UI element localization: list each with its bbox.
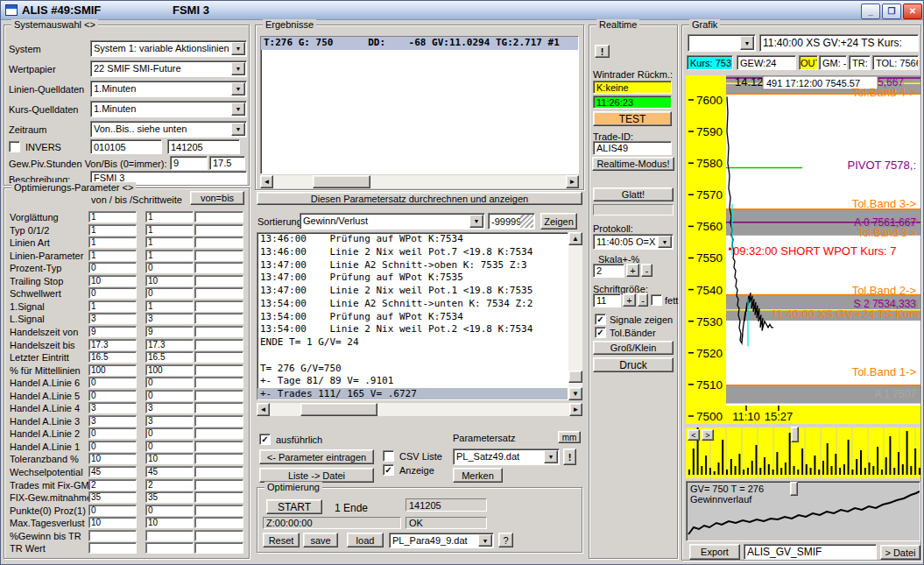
skala-minus-button[interactable]: - bbox=[641, 264, 652, 277]
param-input-von[interactable]: 0 bbox=[88, 427, 137, 439]
param-input-schritt[interactable] bbox=[194, 364, 243, 376]
param-input-schritt[interactable] bbox=[194, 377, 243, 388]
close-button[interactable]: ✕ bbox=[903, 4, 922, 19]
param-input-von[interactable]: 2 bbox=[88, 479, 137, 491]
param-input-bis[interactable]: 0 bbox=[145, 390, 194, 401]
anzeige-checkbox[interactable]: ✓ bbox=[383, 464, 394, 476]
param-input-bis[interactable]: 3 bbox=[145, 402, 194, 413]
log-listbox[interactable]: 13:46:00 Prüfung auf WPot K:753413:46:00… bbox=[257, 232, 568, 400]
log-line[interactable]: +- Tage 81/ 89 V= .9101 bbox=[257, 375, 568, 388]
parameter-eintragen-button[interactable]: <- Parameter eintragen bbox=[259, 449, 374, 464]
scroll-up-icon[interactable]: ▲ bbox=[568, 232, 582, 245]
param-input-schritt[interactable] bbox=[194, 287, 243, 299]
volume-slider-handle[interactable] bbox=[791, 427, 799, 442]
param-input-bis[interactable]: 45 bbox=[145, 466, 194, 477]
param-input-schritt[interactable] bbox=[194, 211, 243, 222]
param-input-schritt[interactable] bbox=[194, 466, 243, 477]
help-button[interactable]: ? bbox=[498, 533, 513, 547]
param-input-bis[interactable]: 0 bbox=[145, 441, 194, 452]
equity-panel[interactable]: GV= 750 T = 276 Gewinnverlauf bbox=[686, 481, 920, 541]
scroll-left-icon[interactable]: ◄ bbox=[257, 403, 270, 416]
ergebnisse-selected-line[interactable]: T:276 G: 750 DD: -68 GV:11.0294 TG:2.717… bbox=[261, 37, 578, 50]
param-input-bis[interactable]: 1 bbox=[145, 237, 194, 248]
param-input-von[interactable]: 1 bbox=[88, 300, 137, 312]
chevron-down-icon[interactable]: ▼ bbox=[231, 62, 245, 75]
log-hscrollbar[interactable]: ◄ ► bbox=[257, 403, 582, 416]
start-button[interactable]: START bbox=[266, 499, 322, 514]
param-input-von[interactable] bbox=[88, 530, 137, 541]
chevron-down-icon[interactable]: ▼ bbox=[544, 450, 558, 463]
tolbaender-checkbox[interactable]: ✓ bbox=[595, 327, 606, 338]
para-file-select[interactable]: PL_Para49_9.dat▼ bbox=[389, 533, 494, 548]
kurs-quelldaten-select[interactable]: 1.Minuten▼ bbox=[90, 101, 247, 117]
volume-panel[interactable]: < > bbox=[686, 427, 920, 478]
chevron-down-icon[interactable]: ▼ bbox=[231, 102, 245, 116]
druck-button[interactable]: Druck bbox=[593, 357, 674, 372]
gross-klein-button[interactable]: Groß/Klein bbox=[593, 341, 674, 355]
param-input-bis[interactable]: 16.5 bbox=[145, 351, 194, 363]
scroll-right-icon[interactable]: ► bbox=[566, 175, 579, 188]
fett-checkbox[interactable] bbox=[651, 294, 662, 306]
mm-button[interactable]: mm bbox=[558, 431, 581, 443]
param-input-schritt[interactable] bbox=[194, 224, 243, 236]
param-input-bis[interactable]: 1 bbox=[145, 224, 194, 236]
param-input-schritt[interactable] bbox=[194, 441, 243, 452]
equity-slider-handle[interactable] bbox=[790, 482, 798, 496]
scroll-thumb[interactable] bbox=[313, 175, 370, 188]
linien-quelldaten-select[interactable]: 1.Minuten▼ bbox=[90, 81, 247, 97]
param-input-von[interactable]: 0 bbox=[88, 441, 137, 452]
param-input-schritt[interactable] bbox=[194, 505, 243, 516]
tradeid-input[interactable]: ALIS49 bbox=[593, 141, 672, 155]
param-input-schritt[interactable] bbox=[194, 453, 243, 464]
param-input-von[interactable]: 10 bbox=[88, 275, 137, 286]
param-input-von[interactable]: 35 bbox=[88, 491, 137, 503]
param-input-schritt[interactable] bbox=[194, 326, 243, 337]
run-parameterset-button[interactable]: Diesen Parametersatz durchrechnen und an… bbox=[257, 192, 582, 205]
date-from-input[interactable]: 010105 bbox=[90, 139, 162, 154]
log-line[interactable]: 13:47:00 Prüfung auf WPot K:7535 bbox=[257, 272, 568, 285]
export-button[interactable]: Export bbox=[689, 544, 740, 560]
scroll-left-icon[interactable]: ◄ bbox=[260, 175, 273, 188]
threshold-input[interactable]: -99999 bbox=[488, 213, 535, 230]
chevron-down-icon[interactable]: ▼ bbox=[740, 36, 754, 50]
log-line[interactable]: 13:47:00 Linie A2 Schnitt->oben K: 7535 … bbox=[257, 259, 568, 272]
param-input-von[interactable]: 16.5 bbox=[88, 351, 137, 363]
export-datei-button[interactable]: > Datei bbox=[880, 545, 920, 560]
param-input-bis[interactable]: 1 bbox=[145, 211, 194, 222]
param-input-schritt[interactable] bbox=[194, 517, 243, 528]
gewpiv-from-input[interactable]: 9 bbox=[170, 156, 208, 170]
realtime-modus-button[interactable]: Realtime-Modus! bbox=[592, 157, 674, 171]
param-input-bis[interactable]: 1 bbox=[145, 250, 194, 261]
invers-checkbox[interactable] bbox=[9, 141, 20, 152]
merken-button[interactable]: Merken bbox=[453, 468, 503, 483]
price-chart[interactable]: 11:1015:27760075907580757075607550754075… bbox=[686, 75, 920, 424]
log-line[interactable]: ENDE T= 1 G/V= 24 bbox=[257, 336, 568, 350]
param-input-schritt[interactable] bbox=[194, 479, 243, 491]
param-input-von[interactable]: 45 bbox=[88, 466, 137, 477]
param-input-bis[interactable]: 10 bbox=[145, 517, 194, 528]
export-filename-input[interactable]: ALIS_GV_SMIF bbox=[744, 544, 877, 560]
param-input-bis[interactable] bbox=[145, 542, 194, 554]
param-input-von[interactable]: 3 bbox=[88, 313, 137, 324]
chevron-down-icon[interactable]: ▼ bbox=[231, 82, 245, 95]
param-input-von[interactable]: 0 bbox=[88, 377, 137, 388]
param-input-bis[interactable]: 3 bbox=[145, 313, 194, 324]
param-input-schritt[interactable] bbox=[194, 313, 243, 324]
csv-liste-checkbox[interactable] bbox=[383, 450, 394, 462]
param-input-bis[interactable]: 35 bbox=[145, 491, 194, 503]
zeitraum-select[interactable]: Von..Bis.. siehe unten▼ bbox=[90, 121, 247, 138]
param-input-bis[interactable]: 2 bbox=[145, 479, 194, 491]
param-input-von[interactable]: 100 bbox=[88, 364, 137, 376]
param-input-bis[interactable]: 10 bbox=[145, 275, 194, 286]
param-input-schritt[interactable] bbox=[194, 250, 243, 261]
test-button[interactable]: TEST bbox=[593, 111, 672, 126]
param-input-schritt[interactable] bbox=[194, 491, 243, 503]
scroll-right-icon[interactable]: ► bbox=[569, 403, 582, 416]
chevron-down-icon[interactable]: ▼ bbox=[469, 215, 483, 228]
chevron-down-icon[interactable]: ▼ bbox=[231, 123, 245, 136]
liste-datei-button[interactable]: Liste -> Datei bbox=[259, 468, 374, 483]
plot-area[interactable] bbox=[726, 75, 920, 406]
parametersatz-file-select[interactable]: PL_Satz49.dat▼ bbox=[453, 448, 560, 465]
param-input-schritt[interactable] bbox=[194, 237, 243, 248]
param-input-von[interactable]: 1 bbox=[88, 211, 137, 222]
